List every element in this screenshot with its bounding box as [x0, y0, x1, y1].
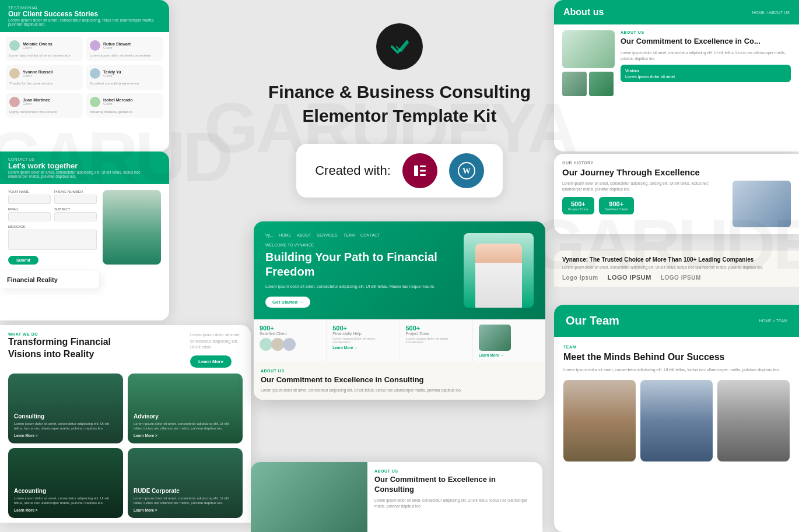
- corporate-title: RUDE Corporate: [134, 488, 237, 494]
- reviewer-name-5: Juan Martinez: [23, 98, 50, 102]
- reviewer-role-4: Client: [103, 74, 121, 77]
- stats-row: 900+ Satisfied Client 500+ Financially H…: [254, 319, 545, 362]
- financial-reality-card: Financial Reality: [0, 271, 99, 288]
- corporate-desc: Lorem ipsum dolor sit amet, consectetur …: [134, 496, 237, 506]
- about-images: [562, 30, 615, 96]
- email-input[interactable]: [8, 212, 51, 221]
- contact-header: CONTACT US Let's work together Lorem ips…: [0, 152, 169, 184]
- history-stat-label-1: Project Done: [568, 207, 588, 211]
- elementor-icon: [402, 153, 437, 188]
- about-commitment: ABOUT US Our Commitment to Excellence in…: [562, 30, 791, 96]
- team-content: TEAM Meet the Minds Behind Our Success L…: [554, 337, 799, 470]
- about-image-small-2: [589, 72, 614, 96]
- nav-home: HOME: [279, 233, 291, 237]
- corporate-link[interactable]: Learn More >: [134, 508, 237, 512]
- phone-input[interactable]: [54, 195, 97, 204]
- accounting-link[interactable]: Learn More >: [14, 508, 117, 512]
- testimonial-card-2: Rufus Stewart Client Lorem ipsum dolor s…: [86, 37, 163, 61]
- submit-button[interactable]: Submit: [8, 256, 38, 265]
- about-desc: Lorem ipsum dolor sit amet, consectetur …: [621, 50, 791, 62]
- advisory-link[interactable]: Learn More >: [134, 434, 237, 438]
- stat-label-3: Project Done: [406, 332, 467, 336]
- stat-label-1: Satisfied Client: [260, 332, 320, 336]
- about-label: ABOUT US: [621, 30, 791, 34]
- about-preview-label: ABOUT US: [374, 469, 535, 473]
- logo-2: LOGO IPSUM: [608, 274, 651, 281]
- stat-num-3: 500+: [406, 325, 467, 332]
- avatar-6: [90, 97, 100, 107]
- avatar-3: [9, 68, 20, 79]
- about-text-area: ABOUT US Our Commitment to Excellence in…: [621, 30, 791, 96]
- logos-title: Vynance: The Trusted Choice of More Than…: [562, 256, 791, 263]
- history-label: OUR HISTORY: [562, 161, 791, 165]
- consulting-link[interactable]: Learn More >: [14, 434, 117, 438]
- about-preview-title: Our Commitment to Excellence in Consulti…: [374, 475, 535, 495]
- email-field: EMAIL: [8, 207, 51, 221]
- contact-panel: CONTACT US Let's work together Lorem ips…: [0, 152, 169, 320]
- review-text-5: Highly recommend this service: [9, 110, 79, 114]
- review-text-3: Thanks for the great service: [9, 81, 79, 86]
- preview-hero-title: Building Your Path to Financial Freedom: [265, 250, 457, 279]
- team-header: Our Team HOME > TEAM: [554, 305, 799, 337]
- services-header: WHAT WE DO Transforming Financial Vision…: [8, 332, 243, 368]
- team-title: Meet the Minds Behind Our Success: [563, 351, 790, 364]
- reviewer-name-4: Teddy Yu: [103, 70, 121, 74]
- consulting-bg: Consulting Lorem ipsum dolor sit amet, c…: [8, 374, 123, 443]
- testimonials-panel: TESTIMONIAL Our Client Success Stories L…: [0, 0, 169, 152]
- reviewer-name-6: Isabel Mercado: [103, 98, 133, 102]
- about-content: ABOUT US Our Commitment to Excellence in…: [554, 24, 799, 102]
- about-image-large: [562, 30, 615, 68]
- avatar-4: [90, 68, 100, 79]
- reviewer-role-5: Client: [23, 102, 50, 105]
- name-field: YOUR NAME: [8, 190, 51, 204]
- advisory-title: Advisory: [134, 413, 237, 420]
- testimonials-header: TESTIMONIAL Our Client Success Stories L…: [0, 0, 169, 32]
- svg-rect-1: [414, 165, 418, 176]
- testimonials-section-label: TESTIMONIAL: [8, 6, 161, 10]
- logos-desc: Lorem ipsum dolor sit amet, consectetur …: [562, 265, 791, 269]
- about-header-nav: HOME > ABOUT US: [752, 10, 790, 15]
- message-textarea[interactable]: [8, 230, 97, 250]
- about-preview-content: ABOUT US Our Commitment to Excellence in…: [251, 462, 542, 532]
- nav-services: SERVICES: [317, 233, 337, 237]
- logos-row: Logo Ipsum LOGO IPSUM LOGO IPSUM: [562, 274, 791, 281]
- team-desc: Lorem ipsum dolor sit amet, consectetur …: [563, 367, 790, 374]
- nav-team: TEAM: [344, 233, 355, 237]
- about-header: About us HOME > ABOUT US: [554, 0, 799, 24]
- vision-desc: Lorem ipsum dolor sit amet: [625, 75, 786, 79]
- stat-label-2: Financially Help: [332, 332, 393, 336]
- history-content: Lorem ipsum dolor sit amet, consectetur …: [562, 181, 791, 227]
- form-row-1: YOUR NAME PHONE NUMBER: [8, 190, 97, 204]
- stat-num-2: 500+: [332, 325, 393, 332]
- name-input[interactable]: [8, 195, 51, 204]
- avatar-2: [90, 40, 100, 51]
- stat-desc-3: Lorem ipsum dolor sit amet, consectetur: [406, 337, 467, 344]
- preview-about-title: Our Commitment to Excellence in Consulti…: [261, 375, 538, 385]
- services-panel: WHAT WE DO Transforming Financial Vision…: [0, 325, 251, 523]
- created-with-label: Created with:: [315, 163, 391, 178]
- subject-input[interactable]: [54, 212, 97, 221]
- testimonials-subtitle: Lorem ipsum dolor sit amet, consectetur …: [8, 18, 161, 26]
- svg-rect-4: [420, 174, 426, 176]
- service-card-corporate: RUDE Corporate Lorem ipsum dolor sit ame…: [128, 448, 243, 518]
- history-stat-2: 900+ Satisfied Client: [599, 197, 634, 214]
- services-title: Transforming Financial Visions into Real…: [8, 336, 125, 361]
- advisory-desc: Lorem ipsum dolor sit amet, consectetur …: [134, 421, 237, 431]
- preview-hero-content: Vy... HOME ABOUT SERVICES TEAM CONTACT W…: [265, 233, 457, 308]
- history-stat-num-1: 500+: [568, 200, 588, 207]
- preview-cta-button[interactable]: Get Started →: [265, 297, 310, 308]
- advisory-bg: Advisory Lorem ipsum dolor sit amet, con…: [128, 374, 243, 443]
- form-row-2: EMAIL SUBJECT: [8, 207, 97, 221]
- testimonial-card-1: Melanie Owens Client Lorem ipsum dolor s…: [6, 37, 83, 61]
- accounting-title: Accounting: [14, 488, 117, 494]
- consulting-desc: Lorem ipsum dolor sit amet, consectetur …: [14, 421, 117, 431]
- avatar-1: [9, 40, 20, 51]
- reviewer-role-6: Client: [103, 102, 133, 105]
- testimonial-card-6: Isabel Mercado Client Amazing financial …: [86, 93, 163, 118]
- consulting-title: Consulting: [14, 413, 117, 420]
- review-text-4: Excellent consulting experience: [90, 81, 160, 86]
- preview-welcome-label: WELCOME TO VYNANCE: [265, 243, 457, 247]
- svg-rect-3: [420, 170, 426, 172]
- services-learn-more-button[interactable]: Learn More: [190, 355, 232, 368]
- preview-hero-image: [464, 233, 534, 308]
